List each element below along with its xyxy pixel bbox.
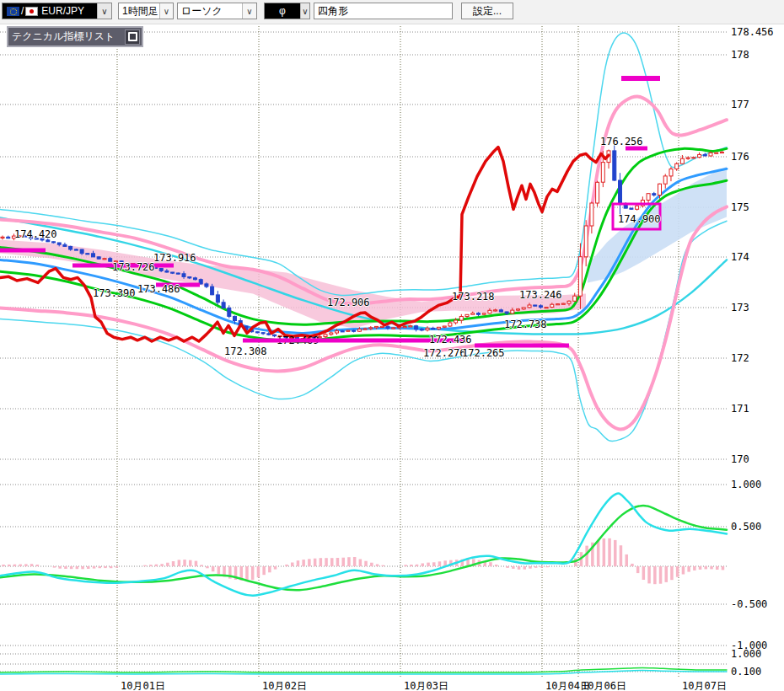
price-annotation: 173.390	[93, 287, 136, 299]
chevron-down-icon[interactable]: ∨	[159, 3, 173, 19]
price-annotation: 173.486	[137, 283, 180, 295]
timeframe-select[interactable]: 1時間足 ∨	[118, 3, 174, 19]
pen-style-glyph: φ	[265, 5, 300, 17]
technical-indicator-list-panel[interactable]: テクニカル指標リスト	[7, 26, 143, 47]
mini-axis-label: 1.000	[731, 648, 761, 660]
toolbar: / EUR/JPY ∨ 1時間足 ∨ ローソク ∨ φ ∨ 設定...	[0, 0, 784, 24]
date-label: 10月03日	[404, 679, 448, 691]
oscillator-axis-label: -0.500	[731, 598, 767, 610]
chevron-down-icon[interactable]: ∨	[300, 3, 309, 19]
pen-style-select[interactable]: φ ∨	[264, 3, 310, 19]
indicator-lines	[0, 33, 727, 674]
chart-type-select[interactable]: ローソク ∨	[177, 3, 257, 19]
rectangle-drawing-label: 174.900	[618, 213, 661, 225]
date-label: 10月06日	[582, 679, 626, 691]
shape-name-input[interactable]	[314, 3, 453, 19]
price-axis-label: 177	[731, 99, 749, 110]
price-axis-label: 173	[731, 302, 749, 313]
price-annotation: 173.726	[112, 261, 155, 273]
jp-flag-icon	[25, 7, 38, 16]
chevron-down-icon[interactable]: ∨	[97, 3, 111, 19]
timeframe-label: 1時間足	[119, 4, 159, 19]
price-axis-label: 178.456	[731, 26, 774, 38]
symbol-label: EUR/JPY	[41, 5, 84, 17]
price-axis-label: 175	[731, 201, 749, 213]
price-chart-canvas[interactable]: 172.469	[0, 0, 784, 691]
restore-window-icon[interactable]	[125, 29, 140, 45]
panel-title: テクニカル指標リスト	[8, 29, 125, 44]
date-label: 10月02日	[262, 679, 307, 691]
chevron-down-icon[interactable]: ∨	[242, 3, 256, 19]
symbol-select[interactable]: / EUR/JPY ∨	[2, 3, 112, 19]
price-axis-label: 170	[731, 453, 749, 465]
date-label: 10月07日	[682, 679, 727, 691]
price-annotation: 172.308	[224, 346, 267, 357]
trading-app-window: 172.469 174.420173.916173.726173.486173.…	[0, 0, 784, 691]
flag-separator: /	[21, 5, 24, 17]
price-annotation: 173.246	[519, 289, 562, 301]
chart-type-label: ローソク	[178, 4, 226, 19]
price-annotation: 174.420	[14, 228, 57, 240]
price-annotation: 176.256	[600, 136, 643, 147]
oscillator-axis-label: 0.500	[731, 521, 761, 533]
price-annotation: 172.276	[423, 347, 466, 359]
price-axis-label: 172	[731, 352, 749, 364]
mini-axis-label: 0.100	[731, 666, 761, 678]
price-axis-label: 176	[731, 151, 749, 163]
price-annotation: 172.436	[429, 334, 472, 346]
price-axis-label: 174	[731, 251, 749, 263]
price-axis-label: 171	[731, 403, 749, 415]
price-annotation: 172.738	[504, 319, 547, 330]
price-annotation: 172.265	[462, 347, 505, 359]
price-annotation: 173.218	[452, 291, 495, 303]
price-annotation: 172.906	[327, 297, 370, 308]
price-axis-label: 178	[731, 49, 749, 61]
settings-button[interactable]: 設定...	[461, 3, 513, 19]
oscillator-axis-label: 1.000	[731, 479, 761, 490]
eu-flag-icon	[7, 7, 19, 16]
price-annotation: 173.916	[153, 252, 196, 264]
date-label: 10月01日	[121, 679, 165, 691]
